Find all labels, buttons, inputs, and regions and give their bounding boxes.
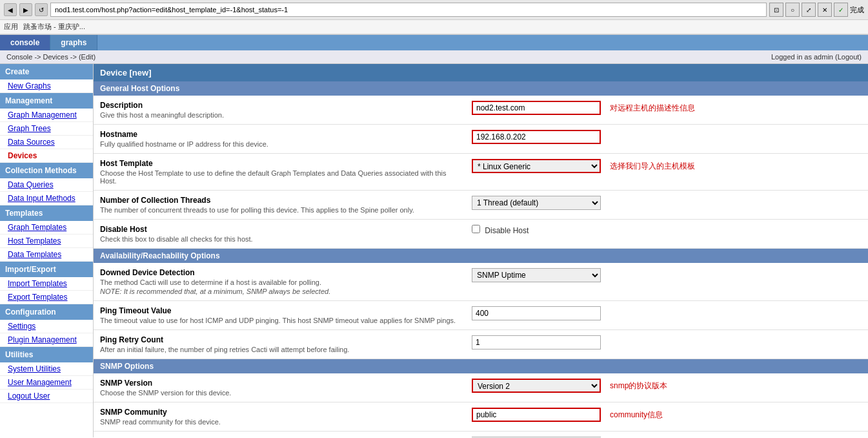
collection-threads-input-cell: 1 Thread (default) 2 Threads 4 Threads — [465, 191, 868, 220]
sidebar-item-export-templates[interactable]: Export Templates — [0, 291, 93, 304]
snmp-version-input-row: Version 1 Version 2 Version 3 snmp的协议版本 — [472, 379, 862, 393]
browser-nav: ◀ ▶ ↺ ⊡ ○ ⤢ ✕ ✓ 完成 — [0, 0, 868, 20]
sidebar-item-data-sources[interactable]: Data Sources — [0, 136, 93, 149]
snmp-port-input-cell — [465, 432, 868, 438]
collection-threads-label-cell: Number of Collection Threads The number … — [94, 191, 465, 220]
sidebar-item-graph-trees[interactable]: Graph Trees — [0, 122, 93, 136]
downed-device-label: Downed Device Detection — [100, 268, 459, 277]
collection-threads-desc: The number of concurrent threads to use … — [100, 206, 459, 214]
sidebar-item-host-templates[interactable]: Host Templates — [0, 235, 93, 248]
description-desc: Give this host a meaningful description. — [100, 111, 459, 119]
disable-host-row: Disable Host Check this box to disable a… — [94, 220, 868, 249]
disable-host-checkbox[interactable] — [472, 225, 480, 233]
snmp-version-label: SNMP Version — [100, 379, 459, 388]
downed-device-note-em: NOTE: It is recommended that, at a minim… — [100, 287, 330, 295]
disable-host-desc: Check this box to disable all checks for… — [100, 235, 459, 243]
sidebar-section-utilities[interactable]: Utilities — [0, 347, 93, 362]
hostname-input[interactable] — [472, 130, 601, 144]
description-input[interactable] — [472, 101, 601, 115]
snmp-version-row: SNMP Version Choose the SNMP version for… — [94, 373, 868, 402]
toolbar-apps[interactable]: 应用 — [4, 22, 18, 32]
sidebar-item-devices[interactable]: Devices — [0, 149, 93, 163]
browser-btn-1[interactable]: ⊡ — [769, 3, 783, 17]
hostname-desc: Fully qualified hostname or IP address f… — [100, 140, 459, 148]
sidebar-section-import-export[interactable]: Import/Export — [0, 262, 93, 277]
complete-label: 完成 — [850, 3, 864, 17]
sidebar-item-graph-templates[interactable]: Graph Templates — [0, 221, 93, 235]
snmp-section-header: SNMP Options — [94, 359, 868, 373]
disable-host-checkbox-label[interactable]: Disable Host — [472, 226, 529, 235]
downed-device-note: NOTE: It is recommended that, at a minim… — [100, 287, 459, 295]
snmp-community-annotation: community信息 — [610, 410, 663, 421]
browser-btn-4[interactable]: ✕ — [818, 3, 832, 17]
downed-device-input-cell: SNMP Uptime Ping Ping and SNMP None — [465, 263, 868, 301]
ping-retry-input[interactable] — [472, 335, 601, 349]
main-layout: Create New Graphs Management Graph Manag… — [0, 64, 868, 437]
tab-console[interactable]: console — [0, 35, 50, 50]
snmp-community-desc: SNMP read community for this device. — [100, 418, 459, 426]
snmp-community-input-cell: community信息 — [465, 402, 868, 432]
sidebar-section-management[interactable]: Management — [0, 93, 93, 109]
ping-retry-input-cell — [465, 330, 868, 359]
snmp-version-select[interactable]: Version 1 Version 2 Version 3 — [472, 379, 601, 393]
sidebar-item-logout-user[interactable]: Logout User — [0, 390, 93, 403]
sidebar-section-collection-methods[interactable]: Collection Methods — [0, 163, 93, 178]
tab-graphs[interactable]: graphs — [50, 35, 97, 50]
host-template-input-cell: * Linux Generic None 选择我们导入的主机模板 — [465, 154, 868, 191]
device-title: Device [new] — [94, 64, 868, 81]
disable-host-label: Disable Host — [100, 225, 459, 234]
toolbar-market[interactable]: 跳蚤市场 - 重庆驴... — [23, 22, 85, 32]
form-table: Description Give this host a meaningful … — [94, 96, 868, 249]
downed-device-desc: The method Cacti will use to determine i… — [100, 278, 459, 286]
forward-button[interactable]: ▶ — [19, 3, 32, 16]
snmp-community-input[interactable] — [472, 408, 601, 422]
host-template-input-row: * Linux Generic None 选择我们导入的主机模板 — [472, 159, 862, 173]
collection-threads-row: Number of Collection Threads The number … — [94, 191, 868, 220]
snmp-form-table: SNMP Version Choose the SNMP version for… — [94, 373, 868, 437]
complete-btn[interactable]: ✓ — [834, 3, 848, 17]
sidebar-item-system-utilities[interactable]: System Utilities — [0, 362, 93, 376]
refresh-button[interactable]: ↺ — [35, 3, 48, 16]
availability-section-header: Availability/Reachability Options — [94, 249, 868, 263]
snmp-version-desc: Choose the SNMP version for this device. — [100, 389, 459, 397]
description-label-cell: Description Give this host a meaningful … — [94, 96, 465, 125]
sidebar-item-graph-management[interactable]: Graph Management — [0, 109, 93, 122]
description-input-cell: 对远程主机的描述性信息 — [465, 96, 868, 125]
disable-host-input-cell: Disable Host — [465, 220, 868, 249]
browser-btn-2[interactable]: ○ — [785, 3, 800, 17]
content-area: Device [new] General Host Options Descri… — [94, 64, 868, 437]
ping-retry-row: Ping Retry Count After an initial failur… — [94, 330, 868, 359]
sidebar-section-create[interactable]: Create — [0, 64, 93, 79]
snmp-version-input-cell: Version 1 Version 2 Version 3 snmp的协议版本 — [465, 373, 868, 402]
app-toolbar: 应用 跳蚤市场 - 重庆驴... — [0, 20, 868, 34]
sidebar-section-configuration[interactable]: Configuration — [0, 304, 93, 320]
collection-threads-select[interactable]: 1 Thread (default) 2 Threads 4 Threads — [472, 196, 601, 210]
sidebar-section-templates[interactable]: Templates — [0, 205, 93, 221]
sidebar-item-user-management[interactable]: User Management — [0, 376, 93, 390]
sidebar-item-data-templates[interactable]: Data Templates — [0, 248, 93, 262]
downed-device-select[interactable]: SNMP Uptime Ping Ping and SNMP None — [472, 268, 601, 282]
browser-chrome: ◀ ▶ ↺ ⊡ ○ ⤢ ✕ ✓ 完成 应用 跳蚤市场 - 重庆驴... — [0, 0, 868, 35]
sidebar-item-data-queries[interactable]: Data Queries — [0, 178, 93, 192]
sidebar-item-data-input-methods[interactable]: Data Input Methods — [0, 192, 93, 205]
address-bar[interactable] — [50, 3, 767, 17]
ping-timeout-input[interactable] — [472, 306, 601, 320]
browser-btn-3[interactable]: ⤢ — [802, 3, 816, 17]
snmp-community-row: SNMP Community SNMP read community for t… — [94, 402, 868, 432]
collection-threads-label: Number of Collection Threads — [100, 196, 459, 205]
ping-timeout-label-cell: Ping Timeout Value The timeout value to … — [94, 301, 465, 330]
logged-in-info: Logged in as admin (Logout) — [771, 53, 862, 61]
description-input-row: 对远程主机的描述性信息 — [472, 101, 862, 115]
back-button[interactable]: ◀ — [4, 3, 17, 16]
hostname-label-cell: Hostname Fully qualified hostname or IP … — [94, 125, 465, 154]
sidebar-item-settings[interactable]: Settings — [0, 320, 93, 333]
ping-timeout-input-cell — [465, 301, 868, 330]
sidebar-item-plugin-management[interactable]: Plugin Management — [0, 333, 93, 347]
sidebar-item-import-templates[interactable]: Import Templates — [0, 277, 93, 291]
description-annotation: 对远程主机的描述性信息 — [610, 103, 695, 114]
sidebar-item-new-graphs[interactable]: New Graphs — [0, 79, 93, 93]
host-template-select[interactable]: * Linux Generic None — [472, 159, 601, 173]
snmp-port-label: SNMP Port — [100, 437, 459, 437]
breadcrumb-bar: Console -> Devices -> (Edit) Logged in a… — [0, 50, 868, 64]
snmp-port-input[interactable] — [472, 437, 601, 437]
